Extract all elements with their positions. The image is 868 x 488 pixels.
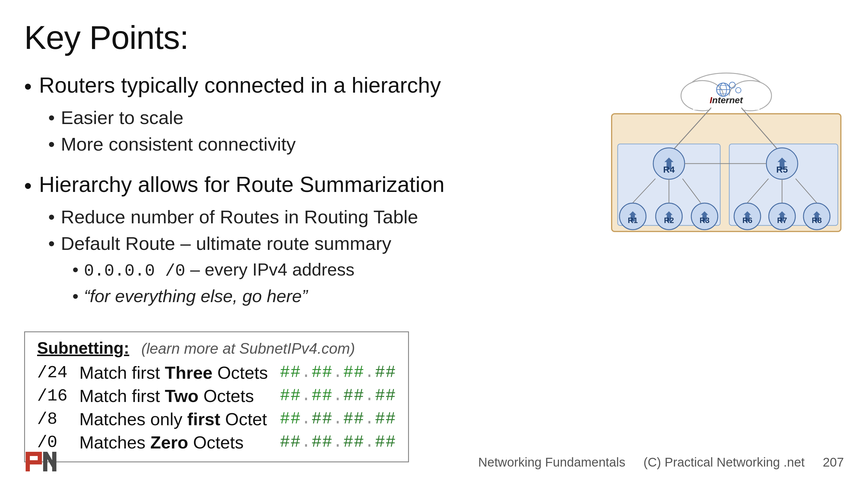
footer: Networking Fundamentals (C) Practical Ne… [0, 449, 868, 476]
bullet-sub-1b: • More consistent connectivity [48, 133, 579, 156]
bullet-section-2: • Hierarchy allows for Route Summarizati… [24, 171, 579, 307]
router-r3-label: R3 [700, 216, 709, 225]
bullet-dot-1: • [24, 73, 32, 100]
bullet-dot-2b: • [48, 232, 55, 255]
logo-p-right [38, 452, 42, 464]
bullet-dot-2a: • [48, 205, 55, 229]
bullet-dot-1a: • [48, 106, 55, 130]
internet-label: Internet [710, 95, 743, 105]
bullet-dot-2b2: • [72, 285, 79, 307]
logo-p-top [26, 452, 38, 456]
router-r7-label: R7 [777, 216, 787, 225]
router-r4-label: R4 [663, 165, 675, 174]
subnet-row-2: /8 Matches only first Octet ##.##.##.## [37, 409, 396, 429]
router-r6-label: R6 [742, 216, 752, 225]
bullet-section-1: • Routers typically connected in a hiera… [24, 71, 579, 156]
footer-page: 207 [823, 455, 844, 469]
subnet-row-1: /16 Match first Two Octets ##.##.##.## [37, 386, 396, 406]
bullet-dot-2b1: • [72, 258, 79, 281]
router-r2-label: R2 [664, 216, 674, 225]
bullet-dot-1b: • [48, 133, 55, 156]
bullet-dot-2: • [24, 172, 32, 199]
footer-course: Networking Fundamentals [478, 455, 625, 469]
bullet-subsub-2b2: • “for everything else, go here” [72, 285, 579, 307]
content-area: • Routers typically connected in a hiera… [24, 71, 844, 462]
logo-p-mid [26, 460, 38, 464]
footer-text: Networking Fundamentals (C) Practical Ne… [57, 455, 844, 469]
subnetting-label: Subnetting: [37, 338, 129, 357]
bullet-sub-1a: • Easier to scale [48, 106, 579, 130]
slide: Key Points: • Routers typically connecte… [0, 0, 868, 488]
diagram-svg: Internet R4 R5 [609, 71, 844, 240]
bullet-subsub-2b1: • 0.0.0.0 /0 – every IPv4 address [72, 258, 579, 282]
left-content: • Routers typically connected in a hiera… [24, 71, 596, 462]
footer-copyright: (C) Practical Networking .net [643, 455, 805, 469]
subnetting-header: Subnetting: (learn more at SubnetIPv4.co… [37, 338, 396, 357]
subnet-row-0: /24 Match first Three Octets ##.##.##.## [37, 363, 396, 383]
router-r8-label: R8 [812, 216, 822, 225]
slide-title: Key Points: [24, 18, 844, 56]
pn-logo [24, 449, 57, 476]
subnetting-note: (learn more at SubnetIPv4.com) [141, 340, 355, 357]
router-r1-label: R1 [628, 216, 638, 225]
router-r5-label: R5 [776, 165, 788, 174]
bullet-main-1: • Routers typically connected in a hiera… [24, 71, 579, 100]
bullet-sub-2a: • Reduce number of Routes in Routing Tab… [48, 205, 579, 229]
network-diagram: Internet R4 R5 [609, 71, 844, 242]
bullet-sub-2b: • Default Route – ultimate route summary [48, 232, 579, 255]
bullet-main-2: • Hierarchy allows for Route Summarizati… [24, 171, 579, 199]
subnetting-box: Subnetting: (learn more at SubnetIPv4.co… [24, 332, 409, 462]
right-content: Internet R4 R5 [596, 71, 844, 462]
